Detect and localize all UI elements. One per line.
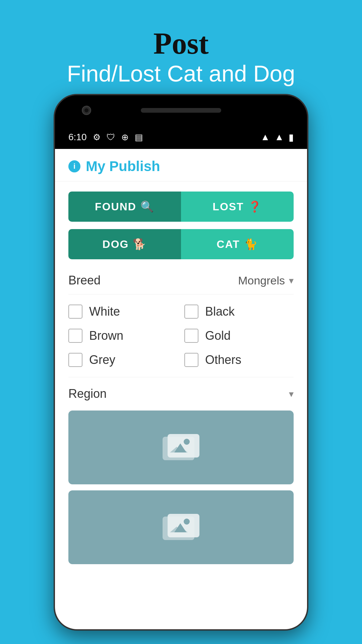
dog-cat-toggle[interactable]: DOG 🐕 CAT 🐈: [68, 229, 294, 259]
status-right: ▲ ▲ ▮: [261, 132, 294, 143]
checkbox-grey[interactable]: [68, 353, 82, 367]
svg-rect-1: [168, 434, 199, 458]
app-title: My Publish: [86, 158, 160, 174]
breed-row: Breed Mongrels ▾: [68, 267, 294, 294]
dog-icon: 🐕: [133, 238, 147, 251]
wifi-icon: ▲: [261, 132, 270, 143]
color-label-white: White: [89, 305, 120, 319]
signal-icon: ▲: [275, 132, 284, 143]
status-left: 6:10 ⚙ 🛡 ⊕ ▤: [68, 132, 143, 143]
info-icon: i: [68, 160, 80, 172]
color-label-gold: Gold: [205, 329, 231, 343]
color-option-grey[interactable]: Grey: [68, 353, 178, 367]
dropdown-arrow-icon: ▾: [289, 275, 294, 286]
region-dropdown-arrow-icon: ▾: [289, 388, 294, 399]
breed-label: Breed: [68, 273, 101, 287]
camera-icon: [82, 106, 91, 115]
phone-frame: 6:10 ⚙ 🛡 ⊕ ▤ ▲ ▲ ▮ i My Publish FOUND: [54, 94, 308, 631]
image-upload-icon-2: [159, 511, 203, 544]
svg-point-5: [184, 519, 190, 525]
color-label-others: Others: [205, 353, 241, 367]
color-label-brown: Brown: [89, 329, 123, 343]
breed-dropdown[interactable]: Mongrels ▾: [238, 274, 294, 287]
cat-button[interactable]: CAT 🐈: [181, 229, 294, 259]
settings-icon: ⚙: [93, 132, 101, 143]
svg-rect-4: [168, 514, 199, 537]
svg-point-2: [184, 439, 190, 445]
color-option-others[interactable]: Others: [184, 353, 294, 367]
status-bar: 6:10 ⚙ 🛡 ⊕ ▤ ▲ ▲ ▮: [55, 125, 307, 149]
cat-icon: 🐈: [244, 238, 258, 251]
dog-button[interactable]: DOG 🐕: [68, 229, 181, 259]
cat-label: CAT: [217, 238, 240, 251]
color-label-black: Black: [205, 305, 235, 319]
image-upload-box-1[interactable]: [68, 411, 294, 484]
time-display: 6:10: [68, 132, 87, 143]
region-label: Region: [68, 387, 107, 401]
color-option-black[interactable]: Black: [184, 305, 294, 319]
checkbox-others[interactable]: [184, 353, 198, 367]
region-row[interactable]: Region ▾: [68, 377, 294, 411]
color-label-grey: Grey: [89, 353, 115, 367]
color-option-brown[interactable]: Brown: [68, 329, 178, 343]
checkbox-black[interactable]: [184, 305, 198, 319]
accessibility-icon: ⊕: [121, 132, 129, 143]
checkbox-white[interactable]: [68, 305, 82, 319]
phone-top-bar: [55, 95, 307, 125]
speaker-grille: [141, 108, 221, 113]
found-lost-toggle[interactable]: FOUND 🔍 LOST ❓: [68, 192, 294, 222]
phone-screen: i My Publish FOUND 🔍 LOST ❓ DOG: [55, 149, 307, 629]
image-upload-box-2[interactable]: [68, 490, 294, 564]
page-title-script: Post: [0, 27, 362, 60]
page-subtitle: Find/Lost Cat and Dog: [0, 60, 362, 88]
breed-value: Mongrels: [238, 274, 285, 287]
battery-icon: ▮: [289, 132, 294, 143]
found-button[interactable]: FOUND 🔍: [68, 192, 181, 222]
question-icon: ❓: [248, 200, 262, 213]
app-header: i My Publish: [55, 149, 307, 181]
image-upload-icon-1: [159, 431, 203, 464]
color-option-white[interactable]: White: [68, 305, 178, 319]
shield-icon: 🛡: [107, 132, 115, 143]
checkbox-gold[interactable]: [184, 329, 198, 343]
found-label: FOUND: [95, 201, 136, 213]
checkbox-brown[interactable]: [68, 329, 82, 343]
page-header: Post Find/Lost Cat and Dog: [0, 0, 362, 101]
lost-label: LOST: [213, 201, 244, 213]
storage-icon: ▤: [135, 132, 143, 143]
search-icon: 🔍: [140, 200, 155, 213]
content-area: FOUND 🔍 LOST ❓ DOG 🐕 CAT 🐈: [55, 181, 307, 580]
color-grid: White Black Brown Gold Grey: [68, 294, 294, 377]
lost-button[interactable]: LOST ❓: [181, 192, 294, 222]
color-option-gold[interactable]: Gold: [184, 329, 294, 343]
dog-label: DOG: [103, 238, 129, 251]
